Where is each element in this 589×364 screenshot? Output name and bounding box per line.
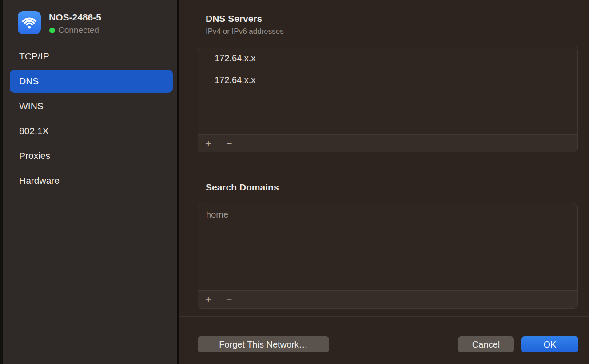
dns-server-row[interactable]: 172.64.x.x (198, 69, 577, 91)
network-status: Connected (49, 25, 99, 35)
cancel-button[interactable]: Cancel (458, 336, 514, 352)
remove-search-domain-button[interactable]: − (219, 291, 239, 309)
search-domain-row[interactable]: home (198, 204, 577, 225)
sidebar-item-tcpip[interactable]: TCP/IP (10, 45, 173, 68)
add-dns-server-button[interactable]: + (198, 135, 219, 152)
sidebar-item-wins[interactable]: WINS (10, 95, 173, 118)
window-edge (0, 0, 3, 364)
dns-servers-toolbar: + − (198, 134, 577, 152)
footer-separator (179, 316, 589, 317)
add-search-domain-button[interactable]: + (198, 291, 219, 309)
search-domains-list: home + − (198, 203, 578, 309)
dns-servers-subtitle: IPv4 or IPv6 addresses (206, 27, 284, 36)
dns-server-row[interactable]: 172.64.x.x (198, 47, 577, 69)
sidebar-item-hardware[interactable]: Hardware (10, 169, 173, 192)
forget-network-button[interactable]: Forget This Network… (198, 336, 329, 352)
search-domains-title: Search Domains (206, 182, 279, 193)
network-name: NOS-2486-5 (49, 12, 101, 23)
connected-dot (49, 28, 55, 33)
ok-button[interactable]: OK (521, 336, 578, 352)
wifi-icon (18, 11, 41, 34)
dns-servers-title: DNS Servers (206, 13, 262, 24)
settings-nav: TCP/IP DNS WINS 802.1X Proxies Hardware (10, 45, 173, 194)
dns-servers-list: 172.64.x.x 172.64.x.x + − (198, 47, 578, 152)
dns-server-rows: 172.64.x.x 172.64.x.x (198, 47, 577, 91)
search-domain-rows: home (198, 204, 577, 225)
status-label: Connected (58, 25, 99, 35)
remove-dns-server-button[interactable]: − (219, 135, 239, 152)
sidebar-item-dns[interactable]: DNS (10, 70, 173, 93)
dns-settings-panel: DNS Servers IPv4 or IPv6 addresses 172.6… (179, 0, 589, 364)
sidebar-item-8021x[interactable]: 802.1X (10, 119, 173, 142)
network-sidebar: NOS-2486-5 Connected TCP/IP DNS WINS 802… (3, 0, 177, 364)
sidebar-item-proxies[interactable]: Proxies (10, 144, 173, 167)
search-domains-toolbar: + − (198, 290, 577, 308)
